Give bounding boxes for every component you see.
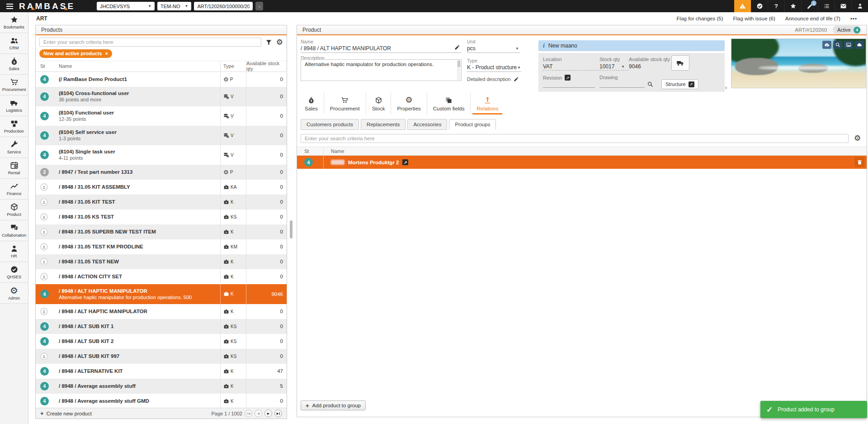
topbar-person-button[interactable] bbox=[851, 0, 868, 12]
product-group-row[interactable]: 4 Mortens Produktgr 2↗ bbox=[297, 156, 867, 169]
sidebar-item-hr[interactable]: HR bbox=[0, 241, 28, 262]
column-header-qty[interactable]: Available stock qty bbox=[246, 61, 287, 71]
product-image[interactable] bbox=[731, 38, 866, 88]
sidebar-item-crm[interactable]: CRM bbox=[0, 33, 28, 54]
flag-for-changes-link[interactable]: Flag for changes (5) bbox=[677, 16, 723, 21]
column-header-name[interactable]: Name bbox=[323, 147, 867, 155]
product-row[interactable]: 1 / 8948 / 31.05 KS TEST KS 0 bbox=[36, 210, 287, 224]
textarea-scrollbar[interactable] bbox=[457, 60, 461, 80]
document-id-input[interactable] bbox=[194, 2, 253, 10]
subtab-replacements[interactable]: Replacements bbox=[361, 119, 406, 130]
sidebar-item-collaboration[interactable]: Collaboration bbox=[0, 220, 28, 241]
module-select[interactable]: TEM-NO▼ bbox=[157, 2, 191, 10]
image-icon[interactable] bbox=[844, 41, 853, 49]
column-header-st[interactable]: St bbox=[36, 61, 57, 71]
system-select[interactable]: JHCDEVSYS▼ bbox=[97, 2, 155, 10]
chevron-double-down-icon[interactable]: » bbox=[724, 86, 729, 88]
filter-chip[interactable]: New and active products× bbox=[39, 49, 112, 58]
topbar-pencil-button[interactable]: 1 bbox=[801, 0, 818, 12]
flag-with-issue-link[interactable]: Flag with issue (6) bbox=[733, 16, 775, 21]
chevron-down-icon[interactable]: ▼ bbox=[517, 66, 521, 70]
tab-sales[interactable]: $Sales bbox=[299, 93, 324, 114]
column-header-name[interactable]: Name bbox=[57, 63, 220, 69]
sidebar-item-admin[interactable]: ⚙Admin bbox=[0, 283, 28, 304]
product-row[interactable]: 2 / 8947 / Test part number 1313 ⚙P 0 bbox=[36, 165, 287, 180]
product-row[interactable]: 4 / 8948 / Average assembly stuff GMD K … bbox=[36, 394, 287, 408]
topbar-help-button[interactable]: ? bbox=[768, 0, 784, 12]
sidebar-item-bookmarks[interactable]: Bookmarks bbox=[0, 12, 28, 33]
hamburger-menu-icon[interactable] bbox=[0, 0, 19, 12]
chevron-down-icon[interactable]: ▼ bbox=[515, 47, 519, 51]
cloud-upload-icon[interactable] bbox=[855, 41, 864, 49]
external-link-icon[interactable]: ↗ bbox=[402, 159, 408, 165]
product-row[interactable]: 4 (/ RamBase Demo Product1 ⚙P 0 bbox=[36, 72, 287, 87]
first-page-button[interactable]: ◀ bbox=[245, 410, 252, 417]
sidebar-item-procurement[interactable]: Procurement bbox=[0, 75, 28, 95]
info-banner[interactable]: i New maano bbox=[538, 40, 725, 51]
search-icon[interactable] bbox=[647, 81, 653, 87]
topbar-star-button[interactable] bbox=[784, 0, 801, 12]
topbar-check-circle-button[interactable] bbox=[751, 0, 768, 12]
product-row[interactable]: 4 (8104) Single task user4-11 points V 0 bbox=[36, 145, 287, 165]
tab-procurement[interactable]: Procurement bbox=[324, 93, 366, 114]
product-row[interactable]: 1 / 8948 / 31.05 TEST KM PRODLINE KM 0 bbox=[36, 239, 287, 254]
product-row[interactable]: 4 / 8948 / ALT SUB KIT 2 KS 0 bbox=[36, 334, 287, 349]
settings-gear-icon[interactable]: ⚙ bbox=[854, 134, 861, 142]
product-row[interactable]: 1 / 8948 / ACTION CITY SET K 0 bbox=[36, 269, 287, 284]
product-row[interactable]: 4 / 8948 / Average assembly stuff K 5 bbox=[36, 379, 287, 394]
topbar-warning-button[interactable] bbox=[734, 0, 751, 12]
tab-stock[interactable]: Stock bbox=[366, 93, 391, 114]
goods-reception-truck-button[interactable] bbox=[671, 55, 689, 71]
product-row[interactable]: 1 / 8948 / 31.05 SUPERB NEW TEST ITEM K … bbox=[36, 224, 287, 239]
product-row[interactable]: 1 / 8948 / 31.05 KIT ASSEMBLY KA 0 bbox=[36, 180, 287, 195]
last-page-button[interactable]: ▶ bbox=[274, 410, 282, 417]
sidebar-item-logistics[interactable]: Logistics bbox=[0, 95, 28, 116]
topbar-mail-button[interactable] bbox=[835, 0, 851, 12]
sidebar-item-rental[interactable]: Rental bbox=[0, 158, 28, 179]
panel-splitter[interactable] bbox=[290, 220, 292, 238]
subtab-accessories[interactable]: Accessories bbox=[407, 119, 447, 130]
products-search-input[interactable] bbox=[39, 38, 261, 47]
sidebar-item-production[interactable]: Production bbox=[0, 116, 28, 137]
more-actions-button[interactable]: ••• bbox=[850, 16, 857, 21]
detailed-description-link[interactable]: Detailed description bbox=[467, 76, 519, 82]
tab-properties[interactable]: ⚙Properties bbox=[391, 93, 426, 114]
product-row[interactable]: 4 / 8948 / ALT SUB KIT 1 KS 0 bbox=[36, 319, 287, 334]
edit-name-icon[interactable] bbox=[454, 44, 460, 50]
product-row[interactable]: 4 / 8948 / ALTERNATIVE KIT K 47 bbox=[36, 364, 287, 379]
create-new-product-button[interactable]: +Create new product bbox=[40, 410, 92, 417]
cloud-download-icon[interactable] bbox=[822, 41, 831, 49]
product-row[interactable]: 4 (8104) Self service user1-3 points V 0 bbox=[36, 126, 287, 145]
zoom-icon[interactable] bbox=[833, 41, 842, 49]
product-row[interactable]: 4 / 8948 / ALT HAPTIC MANIPULATORAlterna… bbox=[36, 284, 287, 304]
topbar-list-button[interactable] bbox=[818, 0, 835, 12]
settings-gear-icon[interactable]: ⚙ bbox=[276, 38, 283, 46]
sidebar-item-qhses[interactable]: QHSES bbox=[0, 262, 28, 283]
column-header-st[interactable]: St bbox=[297, 147, 323, 155]
chevron-down-icon[interactable]: ▼ bbox=[621, 65, 625, 69]
external-link-icon[interactable]: ↗ bbox=[565, 75, 571, 81]
sidebar-item-product[interactable]: Product bbox=[0, 200, 28, 220]
next-page-button[interactable]: ▶ bbox=[264, 410, 272, 417]
product-row[interactable]: 1 / 8948 / ALT HAPTIC MANIPULATOR K 0 bbox=[36, 304, 287, 319]
structure-button[interactable]: Structure↗ bbox=[661, 79, 698, 89]
product-row[interactable]: 1 / 8948 / ALT SUB KIT 997 KS 0 bbox=[36, 349, 287, 364]
product-row[interactable]: 4 (8104) Cross-functional user36 points … bbox=[36, 87, 287, 106]
tab-relations[interactable]: Relations bbox=[470, 93, 504, 114]
subtab-customers-products[interactable]: Customers products bbox=[301, 119, 359, 130]
add-product-to-group-button[interactable]: +Add product to group bbox=[301, 400, 366, 410]
subtab-product-groups[interactable]: Product groups bbox=[449, 119, 496, 130]
column-header-type[interactable]: Type bbox=[220, 61, 246, 71]
product-row[interactable]: 1 / 8948 / 31.05 KIT TEST K 0 bbox=[36, 195, 287, 210]
prev-page-button[interactable]: ◀ bbox=[255, 410, 262, 417]
relations-search-input[interactable] bbox=[301, 134, 849, 143]
description-textarea[interactable]: Alternative haptic manipulator for produ… bbox=[301, 59, 462, 81]
back-button[interactable]: ‹ bbox=[255, 2, 263, 10]
product-row[interactable]: 1 / 8948 / 31.05 TEST NEW K 0 bbox=[36, 254, 287, 269]
product-row[interactable]: 4 (8104) Functional user12-35 points V 0 bbox=[36, 106, 287, 126]
sidebar-item-finance[interactable]: Finance bbox=[0, 179, 28, 200]
filter-icon[interactable] bbox=[265, 39, 272, 46]
sidebar-item-sales[interactable]: $Sales bbox=[0, 54, 28, 75]
announce-end-of-life-link[interactable]: Announce end of life (7) bbox=[785, 16, 840, 21]
toast-notification[interactable]: ✓ Product added to group bbox=[760, 401, 867, 418]
